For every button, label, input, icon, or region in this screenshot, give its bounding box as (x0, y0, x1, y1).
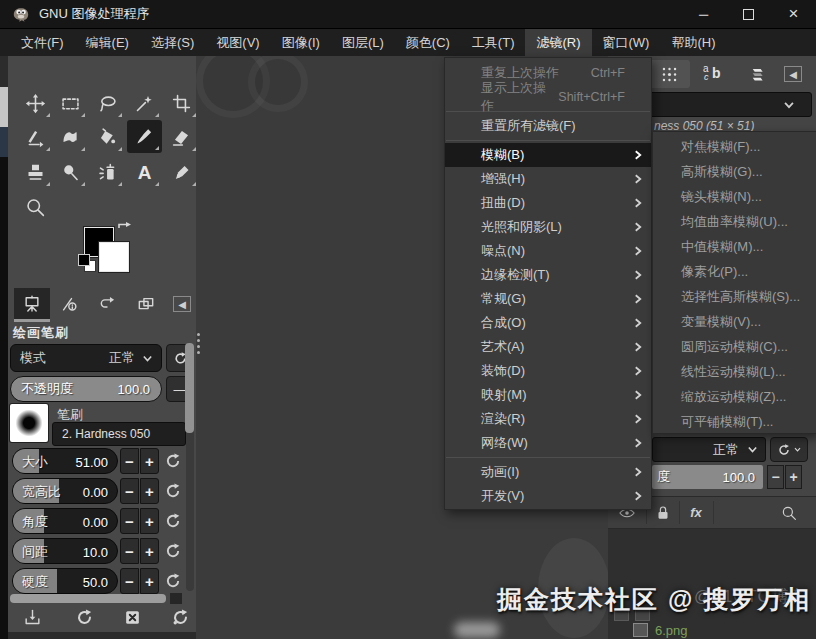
menu-file[interactable]: 文件(F) (10, 29, 75, 56)
menu-select[interactable]: 选择(S) (140, 29, 205, 56)
close-button[interactable]: × (771, 0, 816, 28)
tool-clone[interactable] (18, 156, 53, 189)
dock-collapse-button-right[interactable]: ◀ (784, 66, 802, 82)
angle-increase-button[interactable]: + (140, 508, 159, 534)
menu-image[interactable]: 图像(I) (271, 29, 331, 56)
spacing-slider[interactable]: 间距 10.0 (12, 538, 118, 564)
brush-thumbnail[interactable] (10, 404, 48, 442)
tool-rectangle-select[interactable] (53, 87, 88, 120)
submenu-item-mean-curvature-blur[interactable]: 均值曲率模糊(U)... (653, 209, 816, 234)
spacing-increase-button[interactable]: + (140, 538, 159, 564)
menu-item-artistic[interactable]: 艺术(A) (445, 335, 651, 359)
tool-free-select[interactable] (90, 87, 125, 120)
size-slider[interactable]: 大小 51.00 (12, 448, 118, 474)
menu-item-render[interactable]: 渲染(R) (445, 407, 651, 431)
menu-item-light-and-shadow[interactable]: 光照和阴影(L) (445, 215, 651, 239)
dock-splitter-grip[interactable] (197, 333, 200, 354)
submenu-item-variable-blur[interactable]: 变量模糊(V)... (653, 309, 816, 334)
menu-tools[interactable]: 工具(T) (461, 29, 526, 56)
tool-smudge[interactable] (53, 156, 88, 189)
submenu-item-pixelize[interactable]: 像素化(P)... (653, 259, 816, 284)
menu-filters[interactable]: 滤镜(R) (525, 29, 591, 56)
hardness-increase-button[interactable]: + (140, 568, 159, 594)
tool-text[interactable]: A (127, 156, 162, 189)
layer-opacity-slider[interactable]: 度 100.0 (652, 465, 763, 489)
menu-item-decor[interactable]: 装饰(D) (445, 359, 651, 383)
default-colors-icon[interactable] (78, 254, 96, 272)
menu-item-animation[interactable]: 动画(I) (445, 460, 651, 484)
minimize-button[interactable]: ─ (681, 0, 726, 28)
submenu-item-selective-gaussian-blur[interactable]: 选择性高斯模糊(S)... (653, 284, 816, 309)
tab-tool-options[interactable] (14, 288, 50, 320)
mode-dropdown[interactable]: 模式 正常 (10, 344, 162, 372)
dock-collapse-button-left[interactable]: ◀ (168, 288, 196, 320)
menu-layer[interactable]: 图层(L) (331, 29, 395, 56)
layer-mode-dropdown[interactable]: 正常 (652, 437, 766, 462)
tab-gradients[interactable] (736, 60, 778, 88)
menu-item-reset-all-filters[interactable]: 重置所有滤镜(F) (445, 114, 651, 138)
background-color-swatch[interactable] (99, 242, 129, 272)
menu-colors[interactable]: 颜色(C) (395, 29, 461, 56)
menu-help[interactable]: 帮助(H) (660, 29, 726, 56)
tool-eraser[interactable] (164, 121, 196, 154)
layer-opacity-decrease-button[interactable]: − (767, 465, 784, 489)
spacing-decrease-button[interactable]: − (120, 538, 139, 564)
menu-item-web[interactable]: 网络(W) (445, 431, 651, 455)
tool-options-scroll-thumb[interactable] (185, 343, 194, 433)
tool-crop[interactable] (164, 87, 196, 120)
tool-options-hscroll-thumb[interactable] (10, 594, 166, 603)
aspect-reset-button[interactable] (164, 482, 182, 500)
layer-mode-reset-button[interactable] (770, 437, 808, 462)
layer-lock-toggle[interactable] (650, 497, 676, 528)
size-increase-button[interactable]: + (140, 448, 159, 474)
tool-ink[interactable] (164, 156, 196, 189)
menu-item-script-fu[interactable]: 开发(V) (445, 484, 651, 508)
tab-undo-history[interactable] (88, 288, 126, 320)
opacity-slider[interactable]: 不透明度 100.0 (10, 376, 162, 402)
submenu-item-gaussian-blur[interactable]: 高斯模糊(G)... (653, 159, 816, 184)
hardness-slider[interactable]: 硬度 50.0 (12, 568, 118, 594)
hardness-decrease-button[interactable]: − (120, 568, 139, 594)
menu-item-map[interactable]: 映射(M) (445, 383, 651, 407)
menu-windows[interactable]: 窗口(W) (592, 29, 661, 56)
menu-edit[interactable]: 编辑(E) (75, 29, 140, 56)
submenu-item-circular-motion-blur[interactable]: 圆周运动模糊(C)... (653, 334, 816, 359)
tool-warp[interactable] (53, 121, 88, 154)
reset-tool-options-button[interactable] (166, 604, 194, 630)
menu-item-generic[interactable]: 常规(G) (445, 287, 651, 311)
tool-airbrush[interactable] (90, 156, 125, 189)
menu-item-noise[interactable]: 噪点(N) (445, 239, 651, 263)
menu-item-distorts[interactable]: 扭曲(D) (445, 191, 651, 215)
aspect-slider[interactable]: 宽高比 0.00 (12, 478, 118, 504)
submenu-item-linear-motion-blur[interactable]: 线性运动模糊(L)... (653, 359, 816, 384)
menu-view[interactable]: 视图(V) (205, 29, 270, 56)
menu-item-edge-detect[interactable]: 边缘检测(T) (445, 263, 651, 287)
aspect-increase-button[interactable]: + (140, 478, 159, 504)
angle-slider[interactable]: 角度 0.00 (12, 508, 118, 534)
tool-paintbrush[interactable] (127, 120, 162, 153)
menu-item-enhance[interactable]: 增强(H) (445, 167, 651, 191)
submenu-item-focus-blur[interactable]: 对焦模糊(F)... (653, 134, 816, 159)
brush-name-field[interactable]: 2. Hardness 050 (52, 422, 186, 446)
delete-tool-preset-button[interactable] (118, 604, 146, 630)
angle-reset-button[interactable] (164, 512, 182, 530)
tab-brushes[interactable] (648, 60, 690, 88)
hardness-reset-button[interactable] (164, 572, 182, 590)
submenu-item-median-blur[interactable]: 中值模糊(M)... (653, 234, 816, 259)
spacing-reset-button[interactable] (164, 542, 182, 560)
tool-bucket-fill[interactable] (90, 121, 125, 154)
tool-move[interactable] (18, 87, 53, 120)
layer-effects-button[interactable]: fx (682, 497, 710, 528)
submenu-item-tileable-blur[interactable]: 可平铺模糊(T)... (653, 409, 816, 434)
aspect-decrease-button[interactable]: − (120, 478, 139, 504)
tab-tool-presets[interactable] (50, 288, 88, 320)
tab-images[interactable] (126, 288, 166, 320)
angle-decrease-button[interactable]: − (120, 508, 139, 534)
tool-transform[interactable] (18, 121, 53, 154)
submenu-item-zoom-motion-blur[interactable]: 缩放运动模糊(Z)... (653, 384, 816, 409)
menu-item-blur[interactable]: 模糊(B) (445, 143, 651, 167)
tool-fuzzy-select[interactable] (127, 87, 162, 120)
tool-zoom[interactable] (18, 191, 53, 224)
submenu-item-lens-blur[interactable]: 镜头模糊(N)... (653, 184, 816, 209)
layer-opacity-increase-button[interactable]: + (785, 465, 802, 489)
